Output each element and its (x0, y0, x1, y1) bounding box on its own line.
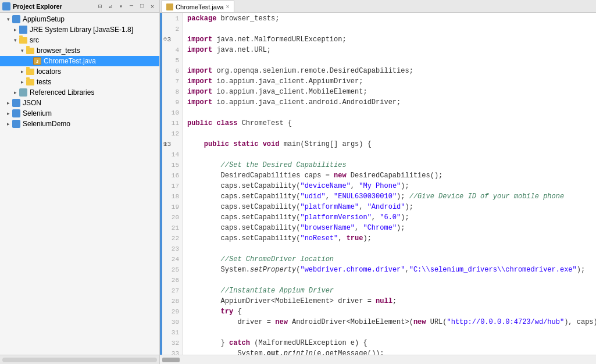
icon-jre (19, 26, 28, 34)
line-32: 32 (162, 338, 179, 348)
code-editor[interactable]: 1 2 3 4 5 6 7 8 9 10 11 12 13 14 15 16 1… (160, 13, 596, 355)
code-line-2 (187, 24, 596, 34)
label-selenium: Selenium (23, 109, 52, 117)
tree-item-browser-tests[interactable]: browser_tests (0, 45, 159, 56)
horizontal-scrollbar[interactable] (2, 358, 157, 362)
line-33: 33 (162, 348, 179, 355)
line-10: 10 (162, 108, 179, 118)
code-line-16: DesiredCapabilities caps = new DesiredCa… (187, 170, 596, 181)
code-line-26 (187, 275, 596, 286)
arrow-json (5, 100, 12, 106)
arrow-locators (19, 69, 26, 74)
code-line-32: } catch (MalformedURLException e) { (187, 338, 596, 348)
icon-reflibs (19, 88, 28, 97)
tab-close-button[interactable]: × (226, 3, 230, 10)
maximize-button[interactable]: □ (137, 2, 147, 11)
code-line-25: System.setProperty("webdriver.chrome.dri… (187, 265, 596, 275)
icon-locators (26, 67, 35, 76)
code-line-22: caps.setCapability("noReset", true); (187, 233, 596, 244)
tab-java-icon (166, 3, 173, 10)
line-14: 14 (162, 149, 179, 160)
panel-bottom-scrollbar (0, 355, 159, 364)
label-reflibs: Referenced Libraries (30, 88, 94, 97)
code-line-13: public static void main(String[] args) { (187, 139, 596, 149)
line-24: 24 (162, 254, 179, 265)
icon-selenium (12, 109, 21, 117)
tree-item-reflibs[interactable]: Referenced Libraries (0, 87, 159, 98)
code-line-11: public class ChromeTest { (187, 118, 596, 129)
icon-json (12, 99, 21, 107)
link-with-editor-button[interactable]: ⇌ (106, 2, 115, 11)
label-browser-tests: browser_tests (37, 47, 80, 55)
project-explorer-panel: Project Explorer ⊟ ⇌ ▾ ─ □ ✕ AppiumSetup (0, 0, 160, 364)
code-line-18: caps.setCapability("udid", "ENUL63003001… (187, 191, 596, 202)
icon-tests (26, 78, 35, 86)
arrow-tests (19, 79, 26, 85)
view-menu-button[interactable]: ▾ (116, 2, 126, 11)
line-8: 8 (162, 87, 179, 97)
tree-item-appiumsetup[interactable]: AppiumSetup (0, 14, 159, 24)
collapse-all-button[interactable]: ⊟ (95, 2, 105, 11)
line-9: 9 (162, 97, 179, 108)
label-appiumsetup: AppiumSetup (23, 15, 65, 23)
label-locators: locators (37, 67, 61, 76)
code-line-6: import org.openqa.selenium.remote.Desire… (187, 66, 596, 76)
icon-seleniumdemo (12, 120, 21, 128)
arrow-jre (12, 27, 19, 33)
tree-item-chrometest[interactable]: J ChromeTest.java (0, 56, 159, 66)
code-line-14 (187, 149, 596, 160)
code-line-15: //Set the Desired Capabilities (187, 160, 596, 170)
label-src: src (30, 36, 39, 44)
code-content[interactable]: package browser_tests; import java.net.M… (183, 13, 596, 355)
code-line-9: import io.appium.java_client.android.And… (187, 97, 596, 108)
editor-tab-chrometest[interactable]: ChromeTest.java × (161, 1, 234, 12)
line-numbers: 1 2 3 4 5 6 7 8 9 10 11 12 13 14 15 16 1… (162, 13, 183, 355)
minimize-button[interactable]: ─ (127, 2, 136, 11)
tree-item-json[interactable]: JSON (0, 98, 159, 108)
code-line-27: //Instantiate Appium Driver (187, 286, 596, 296)
code-line-12 (187, 129, 596, 139)
code-line-28: AppiumDriver<MobileElement> driver = nul… (187, 296, 596, 306)
code-line-10 (187, 108, 596, 118)
editor-horizontal-scrollbar[interactable] (162, 358, 180, 362)
label-tests: tests (37, 78, 51, 86)
line-16: 16 (162, 170, 179, 181)
code-line-8: import io.appium.java_client.MobileEleme… (187, 87, 596, 97)
line-28: 28 (162, 296, 179, 306)
line-23: 23 (162, 244, 179, 254)
line-1: 1 (162, 13, 179, 24)
line-2: 2 (162, 24, 179, 34)
code-line-17: caps.setCapability("deviceName", "My Pho… (187, 181, 596, 191)
line-6: 6 (162, 66, 179, 76)
line-15: 15 (162, 160, 179, 170)
tree-item-jre[interactable]: JRE System Library [JavaSE-1.8] (0, 24, 159, 35)
panel-title-text: Project Explorer (13, 3, 62, 10)
tree-item-locators[interactable]: locators (0, 66, 159, 77)
line-19: 19 (162, 202, 179, 212)
code-line-23 (187, 244, 596, 254)
tree-item-seleniumdemo[interactable]: SeleniumDemo (0, 119, 159, 129)
icon-src (19, 36, 28, 44)
panel-toolbar: ⊟ ⇌ ▾ ─ □ ✕ (95, 2, 157, 11)
icon-appiumsetup (12, 15, 21, 23)
line-5: 5 (162, 55, 179, 66)
arrow-src (12, 37, 19, 43)
line-18: 18 (162, 191, 179, 202)
tree-item-selenium[interactable]: Selenium (0, 108, 159, 119)
line-26: 26 (162, 275, 179, 286)
label-chrometest: ChromeTest.java (44, 57, 96, 65)
code-line-33: System.out.println(e.getMessage()); (187, 348, 596, 355)
tree-item-tests[interactable]: tests (0, 77, 159, 87)
line-17: 17 (162, 181, 179, 191)
project-tree: AppiumSetup JRE System Library [JavaSE-1… (0, 13, 159, 355)
close-panel-button[interactable]: ✕ (148, 2, 157, 11)
line-12: 12 (162, 129, 179, 139)
line-29: 29 (162, 306, 179, 317)
line-4: 4 (162, 45, 179, 55)
code-line-7: import io.appium.java_client.AppiumDrive… (187, 76, 596, 87)
line-13: 13 (162, 139, 179, 149)
code-line-29: try { (187, 306, 596, 317)
arrow-seleniumdemo (5, 121, 12, 127)
editor-panel: ChromeTest.java × 1 2 3 4 5 6 7 8 9 10 1… (160, 0, 596, 364)
tree-item-src[interactable]: src (0, 35, 159, 45)
